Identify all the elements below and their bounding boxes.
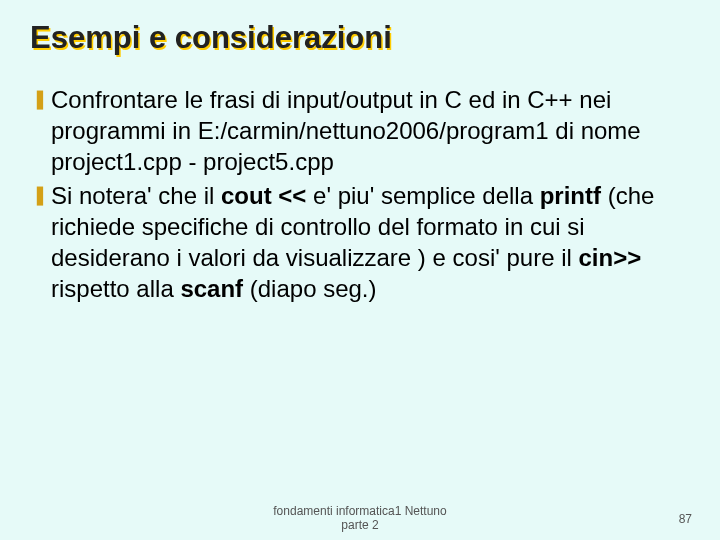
slide-title: Esempi e considerazioni (28, 20, 692, 56)
slide-body: ❚ Confrontare le frasi di input/output i… (28, 84, 692, 304)
bullet-icon: ❚ (32, 84, 51, 178)
footer-center-text: fondamenti informatica1 Nettuno parte 2 (273, 504, 446, 532)
text-frag: rispetto alla (51, 275, 180, 302)
slide: Esempi e considerazioni ❚ Confrontare le… (0, 0, 720, 540)
text-frag: nettuno2006/program1 (306, 117, 549, 144)
bullet-text-2: Si notera' che il cout << e' piu' sempli… (51, 180, 692, 305)
page-number: 87 (679, 512, 692, 526)
text-frag: e' piu' semplice della (306, 182, 539, 209)
text-bold: cin>> (579, 244, 642, 271)
text-frag: Si notera' che il (51, 182, 221, 209)
text-frag: /carmin/ (220, 117, 305, 144)
text-bold: printf (540, 182, 601, 209)
text-bold: cout << (221, 182, 306, 209)
text-bold: scanf (180, 275, 243, 302)
bullet-text-1: Confrontare le frasi di input/output in … (51, 84, 692, 178)
text-frag: (diapo seg.) (243, 275, 376, 302)
bullet-item: ❚ Confrontare le frasi di input/output i… (32, 84, 692, 178)
bullet-icon: ❚ (32, 180, 51, 305)
bullet-item: ❚ Si notera' che il cout << e' piu' semp… (32, 180, 692, 305)
